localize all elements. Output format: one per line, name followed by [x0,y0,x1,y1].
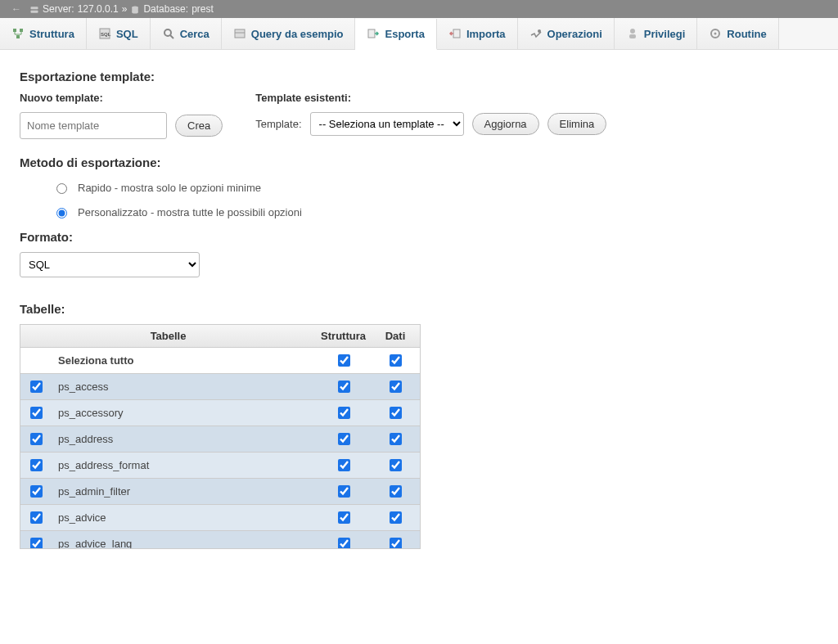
tab-operazioni[interactable]: Operazioni [518,18,615,49]
export-method-title: Metodo di esportazione: [20,155,818,169]
row-structure-checkbox[interactable] [338,511,350,524]
col-tables: Tabelle [20,325,316,348]
format-select[interactable]: SQL [20,252,200,277]
format-title: Formato: [20,230,818,244]
search-icon [162,27,175,40]
query-icon [233,27,246,40]
method-custom-radio[interactable] [56,208,67,218]
select-all-structure-checkbox[interactable] [338,354,350,367]
method-custom-label: Personalizzato - mostra tutte le possibi… [78,206,302,218]
row-data-checkbox[interactable] [390,433,402,445]
method-quick-radio[interactable] [56,183,67,194]
col-structure: Struttura [316,325,371,348]
tab-routine[interactable]: Routine [697,18,778,49]
svg-rect-12 [235,29,245,38]
tab-label: Importa [466,28,506,40]
privileges-icon [626,27,639,40]
tab-privilegi[interactable]: Privilegi [615,18,698,49]
template-label: Template: [255,118,301,130]
row-select-checkbox[interactable] [30,433,43,445]
row-structure-checkbox[interactable] [338,407,350,419]
svg-rect-6 [20,29,23,32]
tab-label: SQL [116,28,138,40]
svg-rect-5 [13,29,16,32]
row-data-checkbox[interactable] [390,381,402,393]
tabs-bar: Struttura SQL SQL Cerca Query da esempio… [0,18,838,50]
svg-point-20 [714,33,717,35]
svg-line-11 [170,35,173,38]
row-structure-checkbox[interactable] [338,538,350,549]
tab-cerca[interactable]: Cerca [151,18,222,49]
svg-text:SQL: SQL [101,32,111,37]
db-value[interactable]: prest [191,3,214,15]
existing-template-title: Template esistenti: [255,92,606,104]
row-structure-checkbox[interactable] [338,381,350,393]
template-name-input[interactable] [20,112,167,139]
tab-label: Struttura [29,28,74,40]
svg-point-10 [164,29,171,36]
table-name[interactable]: ps_address_format [52,453,316,479]
delete-button[interactable]: Elimina [547,113,607,135]
back-arrow-icon[interactable]: ← [7,3,26,15]
tab-struttura[interactable]: Struttura [0,18,87,49]
table-name[interactable]: ps_access [52,374,316,400]
svg-rect-7 [16,35,20,38]
table-row: ps_admin_filter [20,479,420,505]
row-select-checkbox[interactable] [30,511,43,524]
svg-rect-1 [31,11,38,13]
table-row: ps_advice [20,505,420,531]
table-name[interactable]: ps_advice [52,505,316,531]
new-template-title: Nuovo template: [20,92,223,104]
tab-query-esempio[interactable]: Query da esempio [222,18,356,49]
row-data-checkbox[interactable] [390,407,402,419]
tab-label: Privilegi [644,28,686,40]
import-icon [448,27,462,40]
row-data-checkbox[interactable] [390,538,402,549]
table-name[interactable]: ps_accessory [52,400,316,426]
svg-rect-15 [453,29,460,38]
db-label: Database: [143,3,188,15]
row-data-checkbox[interactable] [390,485,402,498]
col-data: Dati [371,325,420,348]
server-icon [29,3,39,15]
tables-table: Tabelle Struttura Dati Seleziona tuttops… [20,325,420,549]
method-quick-label: Rapido - mostra solo le opzioni minime [78,182,261,194]
tab-label: Query da esempio [251,28,344,40]
row-data-checkbox[interactable] [390,511,402,524]
table-name[interactable]: ps_advice_lang [52,531,316,550]
svg-rect-0 [31,7,38,9]
update-button[interactable]: Aggiorna [472,113,539,135]
select-all-label[interactable]: Seleziona tutto [52,348,316,374]
breadcrumb: ← Server: 127.0.0.1 » Database: prest [0,0,838,18]
database-icon [130,3,140,15]
row-select-checkbox[interactable] [30,538,43,549]
row-select-checkbox[interactable] [30,459,43,471]
tab-label: Cerca [180,28,210,40]
table-name[interactable]: ps_address [52,426,316,453]
row-structure-checkbox[interactable] [338,459,350,471]
table-row: ps_advice_lang [20,531,420,550]
table-row: ps_address_format [20,453,420,479]
tab-esporta[interactable]: Esporta [355,19,436,50]
sql-icon: SQL [98,27,111,40]
row-select-checkbox[interactable] [30,485,43,498]
row-data-checkbox[interactable] [390,459,402,471]
tab-label: Esporta [385,28,424,40]
operations-icon [529,27,543,40]
svg-rect-14 [368,29,375,38]
table-name[interactable]: ps_admin_filter [52,479,316,505]
server-value[interactable]: 127.0.0.1 [78,3,119,15]
tab-importa[interactable]: Importa [437,18,518,49]
tables-scroll[interactable]: Tabelle Struttura Dati Seleziona tuttops… [20,324,421,549]
row-structure-checkbox[interactable] [338,433,350,445]
select-all-data-checkbox[interactable] [390,354,402,367]
tab-sql[interactable]: SQL SQL [87,18,151,49]
svg-point-16 [538,29,541,33]
row-select-checkbox[interactable] [30,407,43,419]
row-structure-checkbox[interactable] [338,485,350,498]
routine-icon [709,27,722,40]
row-select-checkbox[interactable] [30,381,43,393]
server-label: Server: [43,3,74,15]
create-button[interactable]: Crea [175,115,223,137]
template-select[interactable]: -- Seleziona un template -- [310,112,464,136]
